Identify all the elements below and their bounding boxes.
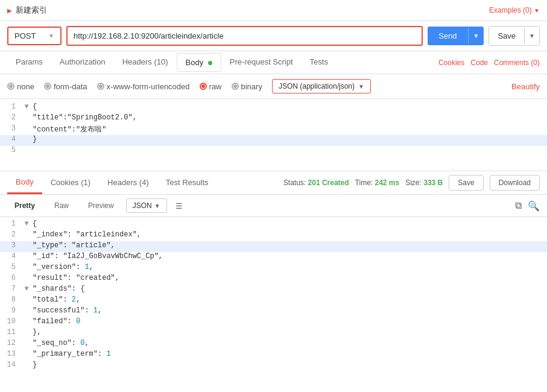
binary-radio[interactable] — [232, 83, 239, 90]
response-body: 1 ▼ { 2 "_index": "articleindex", 3 "_ty… — [0, 217, 547, 374]
line-toggle — [22, 296, 31, 306]
line-number: 12 — [0, 339, 22, 350]
save-button[interactable]: Save ▼ — [489, 26, 540, 46]
res-code-line: 7 ▼ "_shards": { — [0, 285, 547, 296]
res-tab-testresults[interactable]: Test Results — [157, 172, 217, 194]
tab-headers[interactable]: Headers (10) — [114, 51, 177, 74]
binary-option[interactable]: binary — [232, 82, 262, 91]
examples-button[interactable]: Examples (0) ▼ — [489, 6, 540, 14]
new-index-area[interactable]: ▶ 新建索引 — [7, 5, 47, 16]
line-content: "_type": "article", — [31, 241, 547, 252]
line-toggle[interactable]: ▼ — [22, 220, 31, 230]
none-option[interactable]: none — [7, 82, 34, 91]
download-button[interactable]: Download — [490, 175, 540, 191]
cookies-link[interactable]: Cookies — [438, 58, 464, 67]
right-links: Cookies Code Comments (0) — [438, 58, 540, 67]
line-number: 5 — [0, 146, 22, 157]
none-radio[interactable] — [7, 83, 14, 90]
line-toggle[interactable]: ▼ — [22, 103, 31, 113]
time-value: 242 ms — [375, 179, 400, 187]
line-toggle — [22, 350, 31, 361]
status-value: 201 Created — [308, 179, 349, 187]
res-save-button[interactable]: Save — [449, 175, 483, 191]
line-toggle — [22, 113, 31, 124]
url-input[interactable] — [66, 26, 423, 46]
req-code-line: 1 ▼ { — [0, 103, 547, 113]
urlencoded-option[interactable]: x-www-form-urlencoded — [97, 82, 190, 91]
line-number: 1 — [0, 220, 22, 230]
line-content: { — [31, 220, 547, 230]
line-number: 4 — [0, 252, 22, 263]
send-arrow-icon: ▼ — [468, 28, 484, 44]
tab-body[interactable]: Body — [177, 53, 221, 72]
line-number: 3 — [0, 241, 22, 252]
tab-params[interactable]: Params — [7, 51, 51, 74]
res-code-line: 6 "result": "created", — [0, 274, 547, 285]
req-code-line: 4 } — [0, 135, 547, 146]
response-toolbar: Pretty Raw Preview JSON ▼ ☰ ⧉ 🔍 — [0, 195, 547, 217]
view-raw[interactable]: Raw — [47, 198, 76, 213]
req-code-line: 3 "content":"发布啦" — [0, 124, 547, 135]
req-code-line: 2 "title":"SpringBoot2.0", — [0, 113, 547, 124]
line-number: 9 — [0, 306, 22, 317]
line-content: "successful": 1, — [31, 306, 547, 317]
res-tab-cookies[interactable]: Cookies (1) — [42, 172, 99, 194]
line-content — [31, 146, 547, 157]
method-select[interactable]: POST ▼ — [7, 27, 62, 45]
line-number: 8 — [0, 296, 22, 306]
copy-icon[interactable]: ⧉ — [515, 200, 522, 211]
body-options: none form-data x-www-form-urlencoded raw… — [0, 74, 547, 99]
line-toggle — [22, 306, 31, 317]
res-code-line: 11 }, — [0, 328, 547, 339]
json-format-arrow-icon: ▼ — [154, 203, 160, 209]
line-toggle — [22, 135, 31, 146]
urlencoded-radio[interactable] — [97, 83, 104, 90]
line-toggle — [22, 230, 31, 241]
line-number: 3 — [0, 124, 22, 135]
res-tab-headers[interactable]: Headers (4) — [99, 172, 157, 194]
raw-radio[interactable] — [200, 83, 207, 90]
line-number: 1 — [0, 103, 22, 113]
form-data-radio[interactable] — [44, 83, 51, 90]
res-code-line: 14 } — [0, 361, 547, 371]
line-content: "_id": "Ia2J_GoBvavWbChwC_Cp", — [31, 252, 547, 263]
line-number: 4 — [0, 135, 22, 146]
search-icon[interactable]: 🔍 — [528, 200, 540, 212]
line-content: "failed": 0 — [31, 317, 547, 328]
view-pretty[interactable]: Pretty — [7, 198, 42, 213]
view-preview[interactable]: Preview — [81, 198, 121, 213]
line-toggle — [22, 328, 31, 339]
line-toggle — [22, 146, 31, 157]
line-number: 6 — [0, 274, 22, 285]
tab-prerequest[interactable]: Pre-request Script — [221, 51, 302, 74]
line-content: { — [31, 103, 547, 113]
beautify-button[interactable]: Beautify — [511, 82, 540, 91]
json-format-select[interactable]: JSON ▼ — [126, 198, 167, 213]
filter-icon[interactable]: ☰ — [175, 201, 183, 210]
line-content: "_seq_no": 0, — [31, 339, 547, 350]
send-button[interactable]: Send ▼ — [428, 27, 484, 45]
res-code-line: 13 "_primary_term": 1 — [0, 350, 547, 361]
size-label: Size: 333 B — [405, 179, 443, 187]
tab-authorization[interactable]: Authorization — [51, 51, 114, 74]
line-toggle — [22, 252, 31, 263]
line-number: 10 — [0, 317, 22, 328]
body-dot-indicator — [208, 61, 212, 65]
line-number: 2 — [0, 113, 22, 124]
form-data-option[interactable]: form-data — [44, 82, 87, 91]
tab-tests[interactable]: Tests — [302, 51, 337, 74]
res-tab-body[interactable]: Body — [7, 171, 42, 194]
code-link[interactable]: Code — [470, 58, 488, 67]
res-code-line: 10 "failed": 0 — [0, 317, 547, 328]
comments-link[interactable]: Comments (0) — [494, 58, 540, 67]
req-code-line: 5 — [0, 146, 547, 157]
line-number: 14 — [0, 361, 22, 371]
line-number: 5 — [0, 263, 22, 274]
request-code-editor[interactable]: 1 ▼ { 2 "title":"SpringBoot2.0", 3 "cont… — [0, 99, 547, 171]
res-code-line: 3 "_type": "article", — [0, 241, 547, 252]
line-toggle[interactable]: ▼ — [22, 285, 31, 296]
raw-option[interactable]: raw — [200, 82, 222, 91]
line-toggle — [22, 317, 31, 328]
format-select[interactable]: JSON (application/json) ▼ — [272, 79, 371, 93]
line-number: 11 — [0, 328, 22, 339]
